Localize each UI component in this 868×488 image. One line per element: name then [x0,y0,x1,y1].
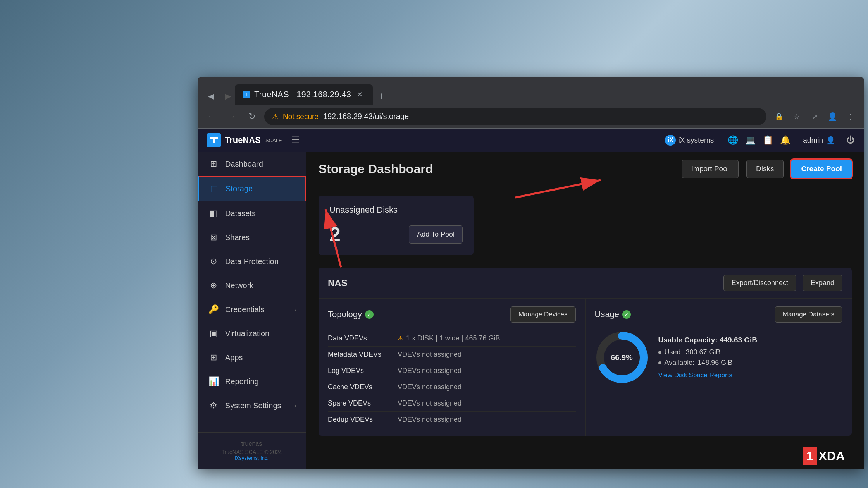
browser-tab[interactable]: T TrueNAS - 192.168.29.43 ✕ [235,84,373,105]
sidebar: ⊞ Dashboard ◫ Storage ◧ Datasets ⊠ Share… [198,152,306,469]
tab-bar: ◀ ▶ T TrueNAS - 192.168.29.43 ✕ + [198,77,864,105]
xda-watermark: 1 XDA [803,447,845,465]
vdev-row-spare: Spare VDEVs VDEVs not assigned [328,395,576,412]
forward-btn[interactable]: → [224,109,239,124]
vdev-label-log: Log VDEVs [328,367,398,375]
header-icons: 🌐 💻 📋 🔔 [728,135,790,145]
reporting-icon: 📊 [208,376,219,387]
app-content: TrueNAS SCALE ☰ iX iX systems 🌐 💻 📋 🔔 [198,129,864,469]
header-icon-shell[interactable]: 💻 [745,135,756,145]
page-header: Storage Dashboard Import Pool Disks Crea… [306,152,864,186]
browser-action-lock[interactable]: 🔒 [771,109,787,124]
dashboard-content: Unassigned Disks 2 Add To Pool NAS Expor… [306,186,864,469]
header-icon-globe[interactable]: 🌐 [728,135,738,145]
xda-box: 1 [803,447,817,465]
ix-icon: iX [665,135,676,146]
nas-pool-header: NAS Export/Disconnect Expand [319,268,852,299]
import-pool-btn[interactable]: Import Pool [682,160,739,178]
disks-btn[interactable]: Disks [746,160,784,178]
vdev-warn-icon: ⚠ [398,335,403,342]
nas-pool-section: NAS Export/Disconnect Expand Topology [319,268,852,436]
browser-action-profile[interactable]: 👤 [825,109,840,124]
network-icon: ⊕ [208,280,219,290]
vdev-row-metadata: Metadata VDEVs VDEVs not assigned [328,347,576,363]
sidebar-item-system-settings[interactable]: ⚙ System Settings › [198,393,306,418]
footer-name: truenas [207,440,296,447]
credentials-arrow: › [294,306,296,313]
unassigned-disks-card: Unassigned Disks 2 Add To Pool [319,196,474,255]
vdev-row-data: Data VDEVs ⚠ 1 x DISK | 1 wide | 465.76 … [328,330,576,347]
vdev-label-data: Data VDEVs [328,334,398,342]
data-protection-icon: ⊙ [208,256,219,266]
sidebar-label-system-settings: System Settings [225,401,281,410]
nav-bar: ← → ↻ ⚠ Not secure 192.168.29.43/ui/stor… [198,105,864,129]
power-btn[interactable]: ⏻ [846,135,855,145]
sidebar-item-apps[interactable]: ⊞ Apps [198,345,306,369]
credentials-icon: 🔑 [208,304,219,314]
refresh-btn[interactable]: ↻ [244,109,260,124]
donut-chart: 66.9% [595,330,649,385]
usage-panel: Usage ✓ Manage Datasets [586,299,852,436]
tab-nav-forward[interactable]: ▶ [221,88,235,105]
sidebar-label-virtualization: Virtualization [225,329,269,338]
sidebar-item-dashboard[interactable]: ⊞ Dashboard [198,152,306,176]
header-icon-docs[interactable]: 📋 [763,135,773,145]
sidebar-item-credentials[interactable]: 🔑 Credentials › [198,297,306,321]
vdev-value-dedup: VDEVs not assigned [398,416,576,424]
nas-pool-title: NAS [328,278,717,289]
available-bullet [658,361,661,364]
ix-logo: iX iX systems [665,135,714,146]
sidebar-footer: truenas TrueNAS SCALE ® 2024 iXsystems, … [198,432,306,469]
logo-sub: SCALE [265,137,282,143]
browser-action-share[interactable]: ↗ [807,109,822,124]
sidebar-item-datasets[interactable]: ◧ Datasets [198,201,306,225]
export-disconnect-btn[interactable]: Export/Disconnect [723,275,796,291]
unassigned-card-body: 2 Add To Pool [329,223,463,246]
add-to-pool-btn[interactable]: Add To Pool [409,225,463,244]
sidebar-item-shares[interactable]: ⊠ Shares [198,225,306,249]
virtualization-icon: ▣ [208,328,219,339]
sidebar-label-datasets: Datasets [225,209,256,218]
browser-nav-actions: 🔒 ☆ ↗ 👤 ⋮ [771,109,858,124]
datasets-icon: ◧ [208,208,219,218]
donut-label: 66.9% [611,353,633,362]
manage-datasets-btn[interactable]: Manage Datasets [775,306,842,323]
manage-devices-btn[interactable]: Manage Devices [510,306,576,323]
logo-icon [207,133,221,147]
used-bullet [658,351,661,354]
footer-copy: TrueNAS SCALE ® 2024 [207,449,296,455]
usable-capacity: Usable Capacity: 449.63 GiB [658,336,758,344]
dashboard-icon: ⊞ [208,159,219,169]
back-btn[interactable]: ← [204,109,219,124]
new-tab-btn[interactable]: + [373,88,390,105]
vdev-value-spare: VDEVs not assigned [398,399,576,407]
security-icon: ⚠ [272,112,278,121]
content-area: Storage Dashboard Import Pool Disks Crea… [306,152,864,469]
create-pool-btn[interactable]: Create Pool [791,160,852,178]
browser-action-star[interactable]: ☆ [789,109,804,124]
sidebar-item-storage[interactable]: ◫ Storage [198,176,306,201]
sidebar-label-data-protection: Data Protection [225,257,279,266]
sidebar-item-reporting[interactable]: 📊 Reporting [198,369,306,393]
browser-action-menu[interactable]: ⋮ [842,109,858,124]
admin-btn[interactable]: admin 👤 [803,136,835,145]
tab-close-btn[interactable]: ✕ [355,89,365,100]
truenas-header: TrueNAS SCALE ☰ iX iX systems 🌐 💻 📋 🔔 [198,129,864,152]
tab-nav-back[interactable]: ◀ [204,88,218,105]
header-icon-bell[interactable]: 🔔 [780,135,790,145]
usage-status: ✓ [622,310,631,319]
ix-label: iX systems [678,136,714,144]
sidebar-item-network[interactable]: ⊕ Network [198,273,306,297]
url-display: 192.168.29.43/ui/storage [323,112,759,121]
hamburger-btn[interactable]: ☰ [291,135,300,146]
expand-btn[interactable]: Expand [803,275,842,291]
topology-panel: Topology ✓ Manage Devices Data VDEVs [319,299,586,436]
address-bar[interactable]: ⚠ Not secure 192.168.29.43/ui/storage [264,108,766,125]
truenas-logo: TrueNAS SCALE [207,133,282,147]
sidebar-item-data-protection[interactable]: ⊙ Data Protection [198,249,306,273]
disk-count: 2 [329,223,341,246]
disk-space-reports-link[interactable]: View Disk Space Reports [658,371,758,379]
sidebar-item-virtualization[interactable]: ▣ Virtualization [198,321,306,345]
vdev-table: Data VDEVs ⚠ 1 x DISK | 1 wide | 465.76 … [328,330,576,428]
vdev-label-spare: Spare VDEVs [328,399,398,407]
